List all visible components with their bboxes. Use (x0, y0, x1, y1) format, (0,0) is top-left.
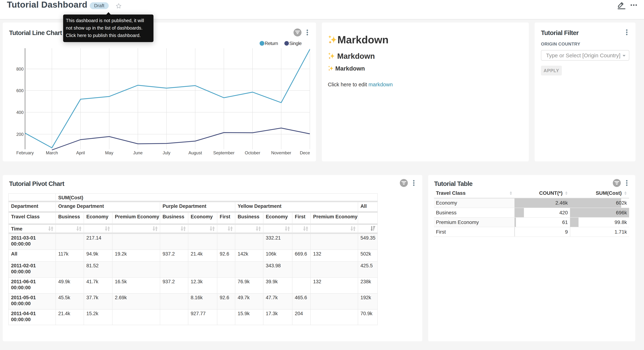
svg-text:June: June (133, 150, 142, 155)
svg-text:August: August (188, 150, 202, 155)
svg-text:November: November (271, 150, 291, 155)
svg-text:May: May (105, 150, 113, 155)
svg-text:Return: Return (265, 40, 278, 46)
svg-text:April: April (76, 150, 85, 155)
svg-text:July: July (163, 150, 170, 155)
svg-text:600: 600 (16, 88, 24, 93)
svg-text:800: 800 (16, 66, 24, 72)
svg-text:December: December (300, 150, 310, 155)
svg-text:March: March (46, 150, 58, 155)
svg-text:200: 200 (16, 132, 24, 137)
svg-text:September: September (213, 150, 234, 155)
svg-text:February: February (16, 150, 34, 155)
svg-text:Single: Single (289, 40, 302, 46)
svg-text:400: 400 (16, 110, 24, 115)
svg-text:October: October (245, 150, 260, 155)
